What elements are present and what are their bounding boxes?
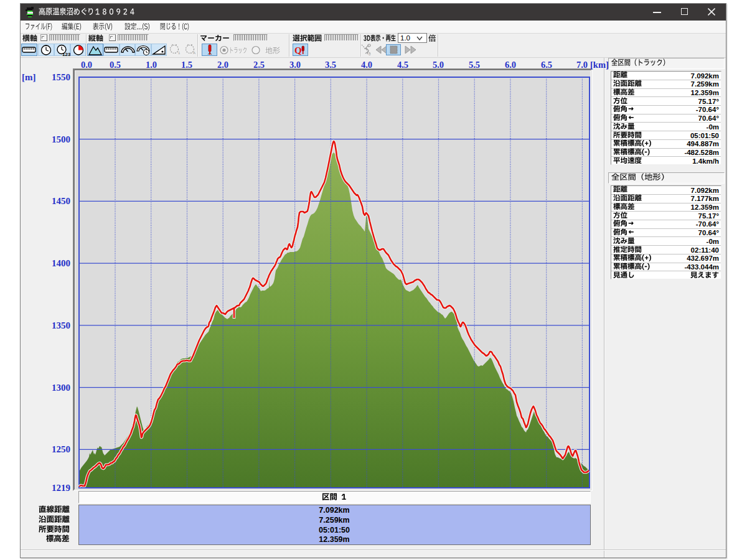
svg-text:0: 0: [369, 52, 371, 56]
svg-text:123: 123: [62, 52, 70, 57]
svg-text:1: 1: [178, 51, 181, 55]
svg-text:A: A: [193, 51, 195, 55]
svg-text:Q: Q: [294, 45, 302, 55]
